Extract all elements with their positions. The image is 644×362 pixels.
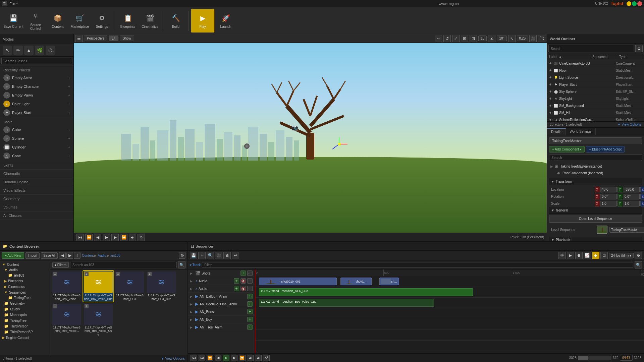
playback-section-header[interactable]: ▼ Playback <box>549 237 642 241</box>
visibility-icon[interactable]: 👁 <box>548 75 553 80</box>
camera-button[interactable]: 🎥 <box>215 252 222 259</box>
seq-prev-key-btn[interactable]: ◀ <box>215 355 221 361</box>
save-seq-button[interactable]: 💾 <box>190 252 197 259</box>
outliner-search-input[interactable] <box>548 45 634 52</box>
list-item[interactable]: + ≋ 111717-fxphd-TreeShort_Boy_Voice... <box>52 271 82 302</box>
filter-search-icon[interactable]: 🔍 <box>635 261 642 268</box>
folder-item[interactable]: 📁 Mannequin <box>0 312 50 318</box>
seq-loop-btn[interactable]: ↺ <box>263 355 270 361</box>
paint-mode-icon[interactable]: ✏ <box>13 46 23 55</box>
snap-btn[interactable]: ⊡ <box>600 252 608 259</box>
add-empty-character-btn[interactable]: + <box>68 85 70 88</box>
scale-icon2[interactable]: ⤡ <box>508 35 516 42</box>
scale-x-input[interactable] <box>600 201 617 206</box>
settings-button[interactable]: ⚙ Settings <box>91 9 113 33</box>
visibility-icon[interactable]: 👁 <box>548 68 553 73</box>
add-tree-anim-button[interactable]: + <box>247 324 253 330</box>
scale-icon[interactable]: ⤢ <box>452 35 460 42</box>
shot-options-button[interactable]: ⋯ <box>247 270 253 276</box>
seq-next-key-btn[interactable]: ▶ <box>231 355 237 361</box>
breadcrumb-content[interactable]: Content <box>82 254 94 257</box>
audio-mute-icon[interactable]: 🔇 <box>240 278 246 284</box>
location-y-input[interactable] <box>623 187 640 192</box>
list-item[interactable]: + ≋ 111717-fxphd-TreeShort_Tree_Voice... <box>52 303 82 337</box>
translate-icon[interactable]: ↔ <box>435 35 442 42</box>
list-item[interactable]: ○ Empty Pawn + <box>0 91 73 100</box>
rotation-x-input[interactable] <box>600 194 617 199</box>
table-row[interactable]: 👁 ⬤ Sky Sphere Edit BP_Sk... <box>547 88 644 95</box>
shots-track-header[interactable]: ▶ 🎬 Shots + ⋯ <box>188 269 255 277</box>
visibility-icon[interactable]: 👁 <box>548 96 553 101</box>
folder-item[interactable]: ▼ Audio <box>0 267 50 273</box>
list-item[interactable]: ⬜ Cylinder + <box>0 143 73 152</box>
add-track-button[interactable]: + <box>198 252 206 259</box>
playhead[interactable] <box>255 269 255 353</box>
geometry-mode-icon[interactable]: ⬡ <box>46 46 55 55</box>
cinematics-button[interactable]: 🎬 Cinematics <box>139 9 161 33</box>
play-pause-button[interactable]: ▶ <box>103 234 110 241</box>
launch-button[interactable]: 🚀 Launch <box>215 9 236 33</box>
outliner-options-icon[interactable]: ⚙ <box>635 45 643 52</box>
asset-search-input[interactable] <box>70 262 177 268</box>
all-classes-title[interactable]: All Classes <box>0 212 73 219</box>
seq-skip-end-btn[interactable]: ⏭ <box>255 355 262 361</box>
boy-track-header[interactable]: ▶ ▶ AN_Boy + <box>188 316 255 323</box>
add-point-light-btn[interactable]: + <box>68 102 70 106</box>
filter-button[interactable]: ▾ Filters <box>52 262 69 268</box>
visual-effects-title[interactable]: Visual Effects <box>0 187 73 194</box>
add-bees-button[interactable]: + <box>247 309 253 314</box>
seq-jump-back-btn[interactable]: ⏭ <box>199 355 205 361</box>
render-button[interactable]: 🖥 <box>223 252 231 259</box>
folder-item[interactable]: ▶ Cinematics <box>0 284 50 290</box>
level-seq-name-input[interactable] <box>609 227 644 233</box>
scene-viewport[interactable]: 📷 <box>74 43 547 233</box>
seq-settings-btn[interactable]: ⚙ <box>635 252 642 259</box>
bees-track-header[interactable]: ▶ ▶ AN_Bees + <box>188 308 255 316</box>
list-item[interactable]: □ Cube + <box>0 125 73 134</box>
audio-clip[interactable]: 111717-fxphd-TreeShort_Boy_Voice_Cue <box>259 299 434 307</box>
add-sphere-btn[interactable]: + <box>68 137 70 140</box>
select-mode-icon[interactable]: ↖ <box>3 46 12 55</box>
folder-item[interactable]: 📁 TakingTree <box>0 295 50 301</box>
angle-icon[interactable]: ∠ <box>488 35 495 42</box>
blueprints-button[interactable]: 📋 Blueprints <box>117 9 139 33</box>
list-item[interactable]: □ Empty Actor + <box>0 73 73 82</box>
undo-button[interactable]: ↩ <box>232 252 239 259</box>
nav-forward-button[interactable]: ▶ <box>66 252 73 259</box>
play-options-btn[interactable]: ▶ <box>567 252 574 259</box>
content-button[interactable]: 📦 Content <box>47 9 68 33</box>
general-section-header[interactable]: ▼ General <box>549 207 642 214</box>
source-control-button[interactable]: ⑂ Source Control <box>25 9 46 33</box>
table-row[interactable]: 👁 🎥 CineCameraActor3B CineCamera <box>547 60 644 67</box>
step-forward-button[interactable]: ▶ <box>111 234 119 241</box>
list-item[interactable]: △ Cone + <box>0 152 73 160</box>
fps-dropdown[interactable]: 24 fps (film) ▾ <box>609 253 634 258</box>
visibility-icon[interactable]: 👁 <box>548 61 553 66</box>
audio2-options-button[interactable]: ⋯ <box>247 286 253 291</box>
import-button[interactable]: Import <box>25 252 40 259</box>
nav-back-button[interactable]: ◀ <box>59 252 66 259</box>
add-empty-pawn-btn[interactable]: + <box>68 94 70 97</box>
audio-options-button[interactable]: ⋯ <box>247 278 253 284</box>
folder-item[interactable]: 📁 ThirdPersonBP <box>0 329 50 335</box>
add-empty-actor-btn[interactable]: + <box>68 76 70 80</box>
visibility-icon[interactable]: 👁 <box>548 110 553 115</box>
add-balloon-button[interactable]: + <box>247 294 253 299</box>
scale-y-input[interactable] <box>623 201 640 206</box>
tree-anim-track-header[interactable]: ▶ ▶ AN_Tree_Anim + <box>188 323 255 331</box>
seq-play-btn[interactable]: ▶ <box>223 355 229 361</box>
visibility-icon[interactable]: 👁 <box>548 82 553 87</box>
seq-step-back-btn[interactable]: ⏪ <box>207 355 213 361</box>
skip-start-button[interactable]: ⏮ <box>76 234 84 241</box>
component-item[interactable]: ⊕ RootComponent (Inherited) <box>549 170 642 176</box>
seq-skip-start-btn[interactable]: ⏮ <box>191 355 197 361</box>
snap-icon[interactable]: ⊡ <box>470 35 477 42</box>
play-button[interactable]: ▶ Play <box>191 9 214 33</box>
list-item[interactable]: ⚑ Player Start + <box>0 108 73 117</box>
save-current-button[interactable]: 💾 Save Current <box>3 9 24 33</box>
viewport-menu-icon[interactable]: ☰ <box>75 35 83 42</box>
curve-editor-btn[interactable]: 📈 <box>584 252 591 259</box>
lit-button[interactable]: Lit <box>109 36 118 41</box>
surface-icon[interactable]: ⊞ <box>461 35 468 42</box>
cb-view-options-button[interactable]: ▼ View Options <box>161 357 185 360</box>
